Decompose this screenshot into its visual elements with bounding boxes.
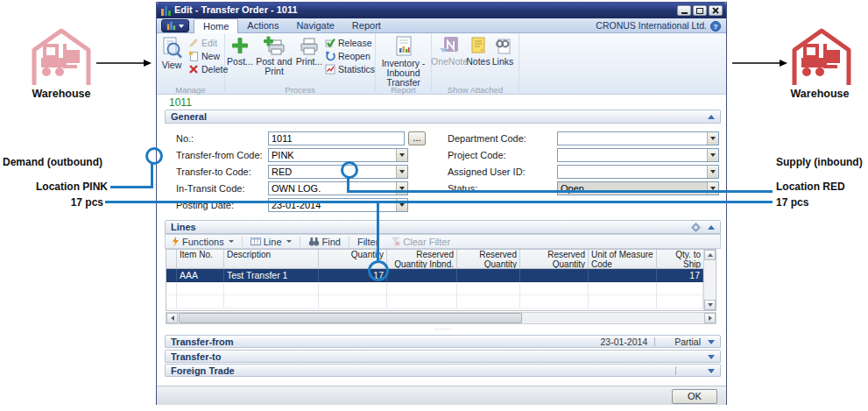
filter-button[interactable]: Filter [351,235,385,248]
edit-button[interactable]: Edit [188,36,228,49]
department-code-field[interactable] [557,131,719,145]
collapse-general-icon[interactable] [708,115,715,119]
post-and-print-button[interactable]: Post and Print [254,35,294,76]
inventory-inbound-transfer-button[interactable]: Inventory - Inbound Transfer [378,35,430,88]
splitter-handle[interactable]: ...... [165,323,721,332]
assigned-user-dropdown-button[interactable] [707,166,718,178]
triangle-left-icon [171,315,174,321]
general-section-header[interactable]: General [165,110,721,124]
foreign-trade-section-header[interactable]: Foreign Trade [165,364,721,377]
chevron-down-icon [286,240,292,243]
cell-item-no[interactable]: AAA [177,269,224,282]
cell-description[interactable]: Test Transfer 1 [224,269,319,282]
post-label: Post... [227,57,253,67]
gear-icon[interactable] [691,223,701,232]
transfer-from-code-field[interactable]: PINK [268,148,408,162]
inventory-report-icon [393,36,414,57]
project-code-label: Project Code: [448,150,506,160]
demand-outbound-label: Demand (outbound) [0,156,102,168]
new-button[interactable]: New [188,49,228,62]
scrollbar-thumb[interactable] [179,313,522,323]
transfer-from-status: Partial [674,337,701,347]
scroll-left-button[interactable] [166,313,178,323]
cell-reserved-quantity-inbnd[interactable] [387,269,457,282]
transfer-to-code-value: RED [272,167,292,177]
transfer-to-section-header[interactable]: Transfer-to [165,350,721,363]
tab-home[interactable]: Home [194,18,238,33]
delete-button[interactable]: Delete [188,62,228,75]
transfer-from-section-header[interactable]: Transfer-from 23-01-2014 Partial [165,335,721,348]
collapse-lines-icon[interactable] [708,225,715,230]
maximize-button[interactable] [693,5,707,16]
tab-report[interactable]: Report [343,18,390,33]
vertical-scrollbar[interactable] [703,250,716,310]
help-icon[interactable]: ? [710,21,721,32]
table-row-empty[interactable] [166,295,703,308]
expand-transfer-to-icon[interactable] [708,355,715,359]
title-bar[interactable]: Edit - Transfer Order - 1011 [157,3,726,18]
column-header-reserved-quantity-inbnd[interactable]: Reserved Quantity Inbnd. [387,250,457,268]
tab-actions[interactable]: Actions [238,18,287,33]
expand-transfer-from-icon[interactable] [708,340,715,344]
close-icon [712,7,719,14]
department-dropdown-button[interactable] [707,132,718,145]
new-icon [188,51,199,61]
scroll-right-button[interactable] [704,313,716,323]
lightning-icon [172,237,180,246]
reopen-button[interactable]: Reopen [325,49,375,62]
column-header-reserved-quantity-shipped[interactable]: Reserved Quantity Shipped [457,250,520,268]
horizontal-scrollbar[interactable] [166,312,716,324]
column-header-qty-to-ship[interactable]: Qty. to Ship [657,250,703,268]
cell-qty-to-ship[interactable]: 17 [657,269,703,282]
view-button[interactable]: View [158,35,186,70]
maximize-icon [696,8,703,14]
in-transit-code-field[interactable]: OWN LOG. [268,181,408,195]
table-row-empty[interactable] [166,282,703,295]
statistics-button[interactable]: Statistics [325,62,375,75]
column-header-item-no[interactable]: Item No. [177,250,224,268]
red-callout-line [347,190,773,193]
warehouse-label-right: Warehouse [783,88,857,100]
transfer-to-dropdown-button[interactable] [396,166,407,178]
no-field[interactable]: 1011 [268,131,405,145]
table-row-selected[interactable]: AAA Test Transfer 1 17 17 [166,269,703,282]
pink-callout-stem [151,164,153,188]
ok-button[interactable]: OK [672,389,717,404]
scroll-up-button[interactable] [704,250,716,260]
project-dropdown-button[interactable] [707,149,718,161]
transfer-to-section-title: Transfer-to [171,351,221,362]
line-button[interactable]: Line [244,235,298,248]
print-button[interactable]: Print... [294,35,324,76]
application-menu-button[interactable] [161,19,189,32]
clear-filter-button[interactable]: Clear Filter [385,235,456,248]
onenote-button[interactable]: OneNote [433,35,466,67]
column-header-reserved-quantity-outbnd[interactable]: Reserved Quantity Outbnd. [520,250,589,268]
post-button[interactable]: Post... [226,35,254,76]
location-red-label: Location RED [776,181,845,193]
links-button[interactable]: Links [490,35,515,67]
project-code-field[interactable] [557,148,719,162]
release-button[interactable]: Release [325,36,375,49]
assigned-user-id-field[interactable] [557,165,719,179]
cell-unit-of-measure[interactable] [589,269,657,282]
column-header-unit-of-measure-code[interactable]: Unit of Measure Code [589,250,657,268]
functions-button[interactable]: Functions [166,235,240,248]
transfer-from-dropdown-button[interactable] [396,149,407,161]
expand-foreign-trade-icon[interactable] [708,369,715,373]
tab-navigate[interactable]: Navigate [287,18,342,33]
scroll-down-button[interactable] [704,300,716,310]
transfer-to-code-field[interactable]: RED [268,165,408,179]
release-label: Release [338,38,372,48]
close-button[interactable] [709,5,723,16]
column-header-description[interactable]: Description [224,250,319,268]
find-button[interactable]: Find [302,235,347,248]
lines-section-title: Lines [171,222,196,232]
minimize-button[interactable] [677,5,691,16]
no-lookup-button[interactable]: ... [408,131,426,145]
row-selector-cell[interactable] [166,269,177,282]
lines-section-header[interactable]: Lines [165,220,721,234]
triangle-down-icon [708,303,713,307]
cell-reserved-quantity-shipped[interactable] [457,269,520,282]
notes-button[interactable]: Notes [466,35,490,67]
cell-reserved-quantity-outbnd[interactable] [520,269,589,282]
